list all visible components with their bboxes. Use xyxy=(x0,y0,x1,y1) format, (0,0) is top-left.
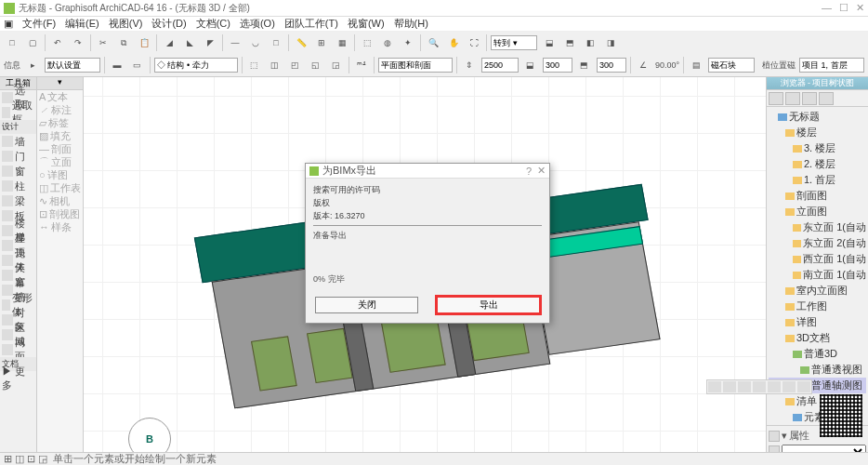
tb-undo-icon[interactable]: ↶ xyxy=(49,34,66,51)
tool-beam[interactable]: 梁 xyxy=(0,193,36,208)
dialog-titlebar[interactable]: 为BIMx导出 ? ✕ xyxy=(306,164,549,179)
tb-wall-icon[interactable]: ▬ xyxy=(109,57,125,73)
tb-open-icon[interactable]: ▢ xyxy=(24,34,41,51)
tb-k-icon[interactable]: ◧ xyxy=(582,34,598,51)
tb-prof5-icon[interactable]: ◲ xyxy=(328,57,345,73)
float-btn-icon[interactable] xyxy=(723,381,736,392)
tree-story[interactable]: 1. 首层 xyxy=(769,172,866,188)
palette-item[interactable]: ◫工作表 xyxy=(37,181,83,194)
nb-icon[interactable] xyxy=(769,431,780,442)
tree-sections[interactable]: 剖面图 xyxy=(769,188,866,204)
palette-item[interactable]: ⌒立面 xyxy=(37,155,83,168)
tb-prof3-icon[interactable]: ◰ xyxy=(287,57,304,73)
nav-tab-icon[interactable] xyxy=(802,92,817,105)
anchor-dropdown[interactable]: 项目 1, 首层 xyxy=(799,58,864,73)
menu-teamwork[interactable]: 团队工作(T) xyxy=(284,17,338,31)
palette-item[interactable]: ↔样条 xyxy=(37,220,83,233)
tb-measure-icon[interactable]: 📏 xyxy=(293,34,309,51)
tool-window[interactable]: 窗 xyxy=(0,164,36,179)
menu-help[interactable]: 帮助(H) xyxy=(394,17,428,31)
menu-options[interactable]: 选项(O) xyxy=(240,17,275,31)
height-input[interactable] xyxy=(481,58,519,73)
nav-tab-icon[interactable] xyxy=(785,92,800,105)
palette-item[interactable]: ⊡剖视图 xyxy=(37,207,83,220)
snap-dropdown[interactable]: 磁石块 xyxy=(708,58,755,73)
float-btn-icon[interactable] xyxy=(768,381,781,392)
palette-item[interactable]: ∿相机 xyxy=(37,194,83,207)
dialog-close-button[interactable]: ✕ xyxy=(537,165,546,177)
float-btn-icon[interactable] xyxy=(783,381,796,392)
menu-view[interactable]: 视图(V) xyxy=(109,17,143,31)
menu-edit[interactable]: 编辑(E) xyxy=(65,17,99,31)
tb-prof1-icon[interactable]: ⬚ xyxy=(246,57,263,73)
float-btn-icon[interactable] xyxy=(708,381,721,392)
tree-worksheets[interactable]: 工作图 xyxy=(769,299,866,314)
tb-e-icon[interactable]: ⊞ xyxy=(313,34,330,51)
menu-window[interactable]: 视窗(W) xyxy=(348,17,385,31)
nav-tab-icon[interactable] xyxy=(769,92,783,105)
tb-j-icon[interactable]: ⬒ xyxy=(561,34,578,51)
palette-item[interactable]: ▱标签 xyxy=(37,116,83,129)
tb-arc-icon[interactable]: ◡ xyxy=(247,34,264,51)
structure-dropdown[interactable]: ◇ 结构 • 牵力 xyxy=(154,58,238,73)
tb-d-icon[interactable]: □ xyxy=(268,34,284,51)
tree-story[interactable]: 3. 楼层 xyxy=(769,140,866,156)
tb-ang-icon[interactable]: ∠ xyxy=(635,57,651,73)
palette-item[interactable]: ○详图 xyxy=(37,168,83,181)
tree-story[interactable]: 2. 楼层 xyxy=(769,156,866,172)
tb-goto-dropdown[interactable]: 转到 ▾ xyxy=(491,35,537,50)
tb-f-icon[interactable]: ▦ xyxy=(334,34,350,51)
dialog-close-btn[interactable]: 关闭 xyxy=(315,297,418,313)
tb-w2-icon[interactable]: ⬒ xyxy=(576,57,593,73)
tb-fit-icon[interactable]: ⛶ xyxy=(466,34,482,51)
tree-elev[interactable]: 东立面 1(自动 xyxy=(769,219,866,235)
minimize-button[interactable]: — xyxy=(822,2,832,14)
tree-elevations[interactable]: 立面图 xyxy=(769,204,866,219)
close-button[interactable]: ✕ xyxy=(856,2,864,14)
status-icons[interactable]: ⊞ ◫ ⊡ ◲ xyxy=(4,453,47,465)
maximize-button[interactable]: ☐ xyxy=(839,2,848,14)
tree-interior[interactable]: 室内立面图 xyxy=(769,283,866,299)
tb-redo-icon[interactable]: ↷ xyxy=(70,34,86,51)
tb-l-icon[interactable]: ◨ xyxy=(602,34,619,51)
tool-column[interactable]: 柱 xyxy=(0,179,36,193)
tool-mesh[interactable]: 网面 xyxy=(0,342,36,357)
width1-input[interactable] xyxy=(543,58,572,73)
width2-input[interactable] xyxy=(597,58,626,73)
menu-document[interactable]: 文档(C) xyxy=(196,17,230,31)
tb-c-icon[interactable]: ◤ xyxy=(202,34,218,51)
tree-root[interactable]: 无标题 xyxy=(769,109,866,125)
tree-3d-persp[interactable]: 普通透视图 xyxy=(769,362,866,378)
float-btn-icon[interactable] xyxy=(753,381,766,392)
tb-3d-icon[interactable]: ⬚ xyxy=(359,34,375,51)
dialog-help-button[interactable]: ? xyxy=(526,166,532,177)
tree-elev[interactable]: 东立面 2(自动 xyxy=(769,235,866,251)
tb-b-icon[interactable]: ◣ xyxy=(181,34,198,51)
tree-elev[interactable]: 西立面 1(自动 xyxy=(769,251,866,267)
tb-new-icon[interactable]: □ xyxy=(4,34,20,51)
tb-line-icon[interactable]: — xyxy=(227,34,243,51)
tb-copy-icon[interactable]: ⧉ xyxy=(115,34,132,51)
default-setting-dropdown[interactable]: 默认设置 xyxy=(45,58,100,73)
tb-g-icon[interactable]: ◍ xyxy=(379,34,396,51)
tb-text-icon[interactable]: ᵐ⁴ xyxy=(353,57,370,73)
tb-hatch-icon[interactable]: ▤ xyxy=(688,57,704,73)
tb-height-icon[interactable]: ⇕ xyxy=(461,57,478,73)
palette-item[interactable]: A文本 xyxy=(37,90,83,103)
palette-item[interactable]: ⟋标注 xyxy=(37,103,83,116)
palette-item[interactable]: —剖面 xyxy=(37,142,83,155)
dialog-export-btn[interactable]: 导出 xyxy=(437,297,540,313)
tree-3ddocs[interactable]: 3D文档 xyxy=(769,330,866,346)
tb-paste-icon[interactable]: 📋 xyxy=(136,34,152,51)
tb-zoom-icon[interactable]: 🔍 xyxy=(425,34,441,51)
tb-a-icon[interactable]: ◢ xyxy=(161,34,178,51)
tool-marquee[interactable]: 选取框 xyxy=(0,105,36,120)
menu-design[interactable]: 设计(D) xyxy=(151,17,186,31)
tb-prof2-icon[interactable]: ◫ xyxy=(267,57,283,73)
tb-wall2-icon[interactable]: ▭ xyxy=(129,57,146,73)
tool-more[interactable]: ▶ 更多 xyxy=(0,371,36,386)
tb-w1-icon[interactable]: ⬓ xyxy=(522,57,539,73)
nav-tab-icon[interactable] xyxy=(819,92,834,105)
tb-pan-icon[interactable]: ✋ xyxy=(445,34,462,51)
tree-elev[interactable]: 南立面 1(自动 xyxy=(769,267,866,283)
